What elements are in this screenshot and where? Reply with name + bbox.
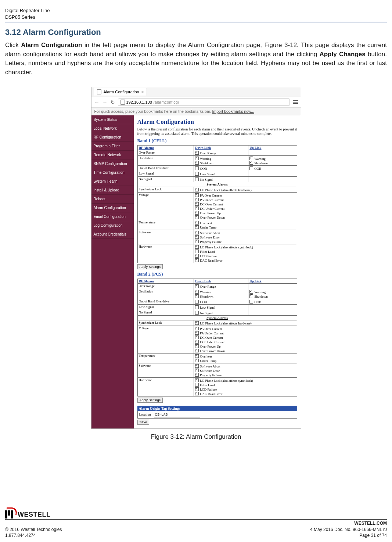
- sidebar-item[interactable]: Account Credentials: [91, 230, 134, 239]
- checkbox[interactable]: [249, 290, 253, 294]
- checkbox[interactable]: [195, 392, 199, 395]
- band-title: Band 1 (CELL): [137, 138, 297, 144]
- checkbox[interactable]: [195, 349, 199, 352]
- sidebar-item[interactable]: Time Configuration: [91, 168, 134, 177]
- checkbox[interactable]: [195, 215, 199, 219]
- sidebar: System StatusLocal NetworkRF Configurati…: [91, 115, 134, 428]
- row-name: Voltage: [137, 326, 194, 353]
- sidebar-item[interactable]: System Health: [91, 177, 134, 186]
- checkbox[interactable]: [195, 240, 199, 243]
- checkbox[interactable]: [195, 331, 199, 335]
- checkbox[interactable]: [195, 373, 199, 377]
- browser-tab[interactable]: Alarm Configuration ×: [94, 88, 147, 96]
- sidebar-item[interactable]: Alarm Configuration: [91, 204, 134, 212]
- checkbox[interactable]: [195, 193, 199, 197]
- checkbox[interactable]: [195, 231, 199, 234]
- checkbox[interactable]: [195, 364, 199, 368]
- row-name: Synthesizer Lock: [137, 187, 194, 192]
- checkbox[interactable]: [195, 290, 199, 294]
- sys-cell: PA Over CurrentPA Under CurrentDC Over C…: [194, 192, 297, 220]
- sidebar-item[interactable]: Log Configuration: [91, 221, 134, 230]
- checkbox[interactable]: [195, 387, 199, 391]
- sys-cell: Software AbortSoftware ErrorProperty Fai…: [194, 230, 297, 244]
- dl-cell: Over Range: [194, 150, 248, 155]
- checkbox[interactable]: [195, 284, 199, 288]
- band-title: Band 2 (PCS): [137, 272, 297, 277]
- checkbox[interactable]: [195, 327, 199, 330]
- sidebar-item[interactable]: Remote Network: [91, 151, 134, 159]
- checkbox[interactable]: [195, 225, 199, 229]
- checkbox[interactable]: [195, 202, 199, 206]
- sys-cell: LO Phase Lock (also affects hardware): [194, 187, 297, 192]
- checkbox[interactable]: [195, 258, 199, 262]
- forward-icon[interactable]: →: [103, 100, 108, 105]
- col-header: Up Link: [248, 279, 297, 283]
- checkbox[interactable]: [195, 344, 199, 348]
- checkbox[interactable]: [249, 166, 253, 170]
- checkbox[interactable]: [195, 294, 199, 298]
- apply-settings-button[interactable]: Apply Settings: [137, 264, 163, 269]
- para-bold-2: Apply Changes: [319, 51, 365, 58]
- sidebar-item[interactable]: RF Configuration: [91, 133, 134, 142]
- location-input[interactable]: [154, 412, 200, 417]
- checkbox[interactable]: [195, 188, 199, 191]
- sidebar-item[interactable]: SNMP Configuration: [91, 159, 134, 168]
- menu-icon[interactable]: [293, 100, 298, 104]
- sys-cell: LO Phase Lock (also affects synth lock)F…: [194, 377, 297, 396]
- checkbox[interactable]: [195, 161, 199, 165]
- import-bookmarks-link[interactable]: Import bookmarks now...: [212, 109, 254, 114]
- sidebar-item[interactable]: Reboot: [91, 195, 134, 204]
- alarm-table: RF AlarmsDown LinkUp LinkOver RangeOver …: [137, 279, 297, 396]
- sidebar-item[interactable]: Local Network: [91, 124, 134, 133]
- checkbox[interactable]: [195, 383, 199, 387]
- checkbox[interactable]: [195, 221, 199, 225]
- section-paragraph: Click Alarm Configuration in the left pa…: [5, 41, 387, 77]
- checkbox[interactable]: [195, 172, 199, 176]
- sys-cell: LO Phase Lock (also affects synth lock)F…: [194, 244, 297, 263]
- origin-header: Alarm Origin Tag Settings: [137, 406, 297, 411]
- browser-tab-bar: Alarm Configuration ×: [91, 87, 301, 97]
- checkbox[interactable]: [195, 211, 199, 215]
- save-button[interactable]: Save: [137, 420, 150, 425]
- checkbox[interactable]: [195, 245, 199, 249]
- reload-icon[interactable]: ↻: [111, 100, 115, 105]
- checkbox[interactable]: [195, 177, 199, 181]
- checkbox[interactable]: [249, 300, 253, 304]
- checkbox[interactable]: [195, 335, 199, 339]
- back-icon[interactable]: ←: [94, 100, 100, 105]
- checkbox[interactable]: [195, 166, 199, 170]
- checkbox[interactable]: [195, 311, 199, 315]
- checkbox[interactable]: [195, 157, 199, 160]
- checkbox[interactable]: [195, 359, 199, 362]
- checkbox[interactable]: [195, 198, 199, 201]
- header-rule: [5, 22, 387, 22]
- close-icon[interactable]: ×: [141, 90, 144, 94]
- checkbox[interactable]: [195, 340, 199, 344]
- sys-cell: Software AbortSoftware ErrorProperty Fai…: [194, 363, 297, 377]
- sidebar-item[interactable]: Install & Upload: [91, 186, 134, 195]
- checkbox[interactable]: [195, 300, 199, 304]
- dl-cell: Low Signal: [194, 171, 248, 176]
- checkbox[interactable]: [195, 369, 199, 372]
- dl-cell: No Signal: [194, 310, 248, 315]
- sidebar-item[interactable]: System Status: [91, 115, 134, 124]
- checkbox[interactable]: [195, 354, 199, 358]
- checkbox[interactable]: [195, 305, 199, 309]
- checkbox[interactable]: [195, 151, 199, 155]
- checkbox[interactable]: [195, 235, 199, 239]
- apply-settings-button[interactable]: Apply Settings: [137, 398, 163, 403]
- checkbox[interactable]: [195, 207, 199, 210]
- checkbox[interactable]: [195, 254, 199, 258]
- alarm-table: RF AlarmsDown LinkUp LinkOver RangeOver …: [137, 145, 297, 263]
- checkbox[interactable]: [195, 321, 199, 325]
- checkbox[interactable]: [249, 294, 253, 298]
- checkbox[interactable]: [249, 157, 253, 160]
- sidebar-item[interactable]: Email Configuration: [91, 212, 134, 221]
- checkbox[interactable]: [195, 250, 199, 253]
- url-input[interactable]: 192.168.1.100/alarmconf.cgi: [118, 98, 290, 106]
- dl-cell: OOB: [194, 299, 248, 304]
- sidebar-item[interactable]: Program a Filter: [91, 142, 134, 151]
- doc-footer: WESTELL WESTELL.COM © 2016 Westell Techn…: [5, 507, 387, 538]
- checkbox[interactable]: [249, 161, 253, 165]
- checkbox[interactable]: [195, 378, 199, 382]
